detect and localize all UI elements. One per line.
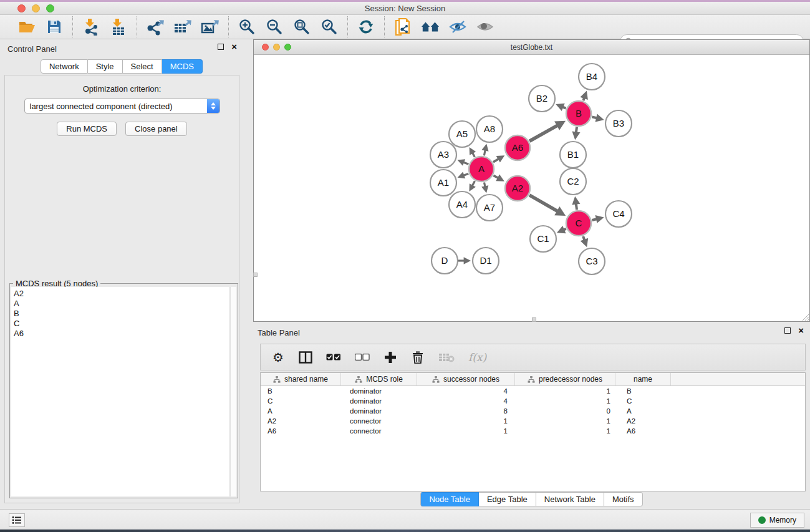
table-row[interactable]: A6connector11A6 [261, 426, 805, 436]
mcds-result-item[interactable]: C [14, 319, 229, 329]
mcds-result-list[interactable]: A2ABCA6 [11, 287, 230, 496]
graph-edge-A6-B[interactable] [529, 125, 557, 141]
mcds-result-item[interactable]: B [14, 309, 229, 319]
graph-edge-B-B3[interactable] [592, 117, 597, 118]
table-cell: 1 [417, 416, 515, 426]
resize-grip-icon[interactable] [801, 313, 809, 321]
tab-network-table[interactable]: Network Table [536, 492, 604, 506]
tab-mcds[interactable]: MCDS [162, 59, 203, 74]
add-column-button[interactable] [383, 349, 397, 365]
memory-button[interactable]: Memory [750, 513, 804, 528]
tab-select[interactable]: Select [123, 59, 162, 74]
mcds-result-item[interactable]: A [14, 299, 229, 309]
close-panel-button[interactable]: Close panel [125, 122, 187, 136]
export-table-button[interactable] [173, 17, 192, 36]
graph-node-label-C4: C4 [612, 208, 624, 219]
graph-node-label-A8: A8 [484, 123, 495, 134]
zoom-in-button[interactable] [238, 17, 256, 36]
function-builder-button[interactable]: f(x) [468, 349, 486, 365]
graph-node-label-C: C [576, 218, 582, 228]
clone-network-button[interactable] [393, 17, 412, 36]
sitemap-icon [273, 376, 281, 383]
network-graph[interactable]: B4B2BB3A5A8A6A3AB1A1A2C2A4A7CC4C1C3DD1 [254, 56, 809, 321]
tab-node-table[interactable]: Node Table [420, 492, 479, 506]
sitemap-icon [432, 376, 440, 383]
export-network-button[interactable] [146, 17, 165, 36]
column-header-predecessor-nodes[interactable]: predecessor nodes [515, 373, 615, 385]
task-history-button[interactable] [9, 513, 25, 527]
table-cell: 8 [417, 406, 515, 416]
trash-icon [412, 351, 423, 364]
delete-column-button[interactable] [411, 349, 425, 365]
float-panel-icon[interactable] [218, 44, 224, 50]
hide-graphics-details-button[interactable] [448, 17, 467, 36]
memory-status-icon [758, 516, 766, 524]
run-mcds-button[interactable]: Run MCDS [57, 122, 117, 136]
graph-edge-C-C4[interactable] [592, 219, 597, 220]
table-cell: A6 [615, 426, 671, 436]
main-titlebar: Session: New Session [0, 2, 810, 15]
open-folder-icon [18, 19, 36, 34]
delete-table-button[interactable] [438, 349, 455, 365]
graph-edge-A-A5[interactable] [473, 153, 475, 157]
mcds-result-item[interactable]: A2 [14, 289, 229, 299]
refresh-view-button[interactable] [357, 17, 375, 36]
graph-node-label-B: B [576, 108, 582, 118]
open-session-button[interactable] [17, 17, 36, 36]
tab-style[interactable]: Style [88, 59, 123, 74]
homes-button[interactable] [421, 17, 440, 36]
deselect-all-columns-button[interactable] [355, 349, 370, 365]
show-graphics-details-button[interactable] [476, 17, 494, 36]
network-window-titlebar[interactable]: testGlobe.txt [254, 40, 809, 55]
graph-edge-arrowhead [481, 144, 488, 152]
table-cell: C [261, 396, 341, 406]
tab-motifs[interactable]: Motifs [604, 492, 643, 506]
zoom-in-icon [239, 19, 255, 35]
graph-edge-A2-C[interactable] [529, 195, 557, 211]
zoom-selected-button[interactable] [320, 17, 339, 36]
table-panel: Table Panel × ⚙ [253, 323, 810, 509]
float-table-panel-icon[interactable] [784, 327, 791, 334]
network-canvas[interactable]: B4B2BB3A5A8A6A3AB1A1A2C2A4A7CC4C1C3DD1 [254, 56, 809, 321]
graph-edge-C-C2[interactable] [576, 204, 577, 210]
tab-network[interactable]: Network [41, 59, 88, 74]
export-image-button[interactable] [201, 17, 219, 36]
table-cell: B [261, 386, 341, 396]
zoom-out-button[interactable] [265, 17, 284, 36]
save-session-button[interactable] [45, 17, 64, 36]
mcds-result-item[interactable]: A6 [14, 329, 229, 339]
graph-edge-A-A7[interactable] [485, 183, 485, 187]
column-header-name[interactable]: name [615, 373, 671, 385]
graph-edge-A-A2[interactable] [493, 175, 498, 178]
result-list-scrollbar[interactable] [230, 287, 236, 496]
graph-edge-A-A8[interactable] [484, 150, 485, 156]
graph-node-label-B3: B3 [613, 118, 624, 128]
table-row[interactable]: Bdominator41B [261, 386, 805, 396]
column-header-MCDS-role[interactable]: MCDS role [341, 373, 417, 385]
table-row[interactable]: A2connector11A2 [261, 416, 805, 426]
import-table-button[interactable] [109, 17, 128, 36]
canvas-bottom-handle[interactable] [532, 317, 536, 322]
table-row[interactable]: Cdominator41C [261, 396, 805, 406]
table-row[interactable]: Adominator80A [261, 406, 805, 416]
column-header-successor-nodes[interactable]: successor nodes [417, 373, 515, 385]
graph-edge-A-A3[interactable] [463, 162, 468, 164]
graph-edge-A-A6[interactable] [493, 159, 499, 162]
canvas-left-handle[interactable] [253, 273, 258, 277]
criterion-value: largest connected component (directed) [25, 102, 207, 111]
criterion-select[interactable]: largest connected component (directed) [24, 99, 220, 114]
close-panel-icon[interactable]: × [231, 44, 237, 50]
column-layout-button[interactable] [299, 349, 312, 365]
zoom-fit-button[interactable] [292, 17, 311, 36]
graph-edge-A-A4[interactable] [472, 181, 475, 185]
select-all-columns-button[interactable] [326, 349, 341, 365]
column-layout-icon [299, 351, 312, 364]
column-header-label: shared name [284, 375, 328, 384]
graph-edge-A-A1[interactable] [463, 173, 468, 175]
import-network-button[interactable] [82, 17, 100, 36]
graph-edge-B-B1[interactable] [576, 127, 577, 133]
tab-edge-table[interactable]: Edge Table [479, 492, 536, 506]
close-table-panel-icon[interactable]: × [798, 327, 804, 334]
column-header-shared-name[interactable]: shared name [261, 373, 341, 385]
table-settings-button[interactable]: ⚙ [271, 349, 285, 365]
